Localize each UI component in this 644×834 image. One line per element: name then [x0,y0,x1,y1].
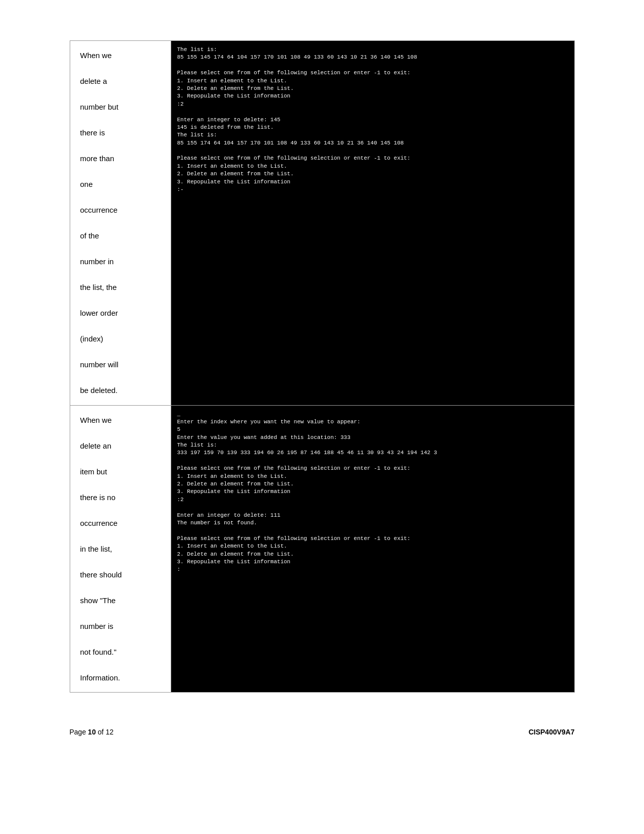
terminal-text-2: _ Enter the index where you want the new… [177,411,568,574]
page-number: 10 [88,728,96,736]
terminal-screen-1: The list is: 85 155 145 174 64 104 157 1… [171,41,574,405]
doc-id: CISP400V9A7 [528,728,574,736]
terminal-text-1: The list is: 85 155 145 174 64 104 157 1… [177,46,568,193]
page-total: 12 [106,728,114,736]
table-row: When we delete a number but there is mor… [70,41,574,406]
content-area: When we delete a number but there is mor… [70,40,575,693]
page-container: When we delete a number but there is mor… [70,40,575,736]
page-label: Page [70,728,88,736]
table-row: When we delete an item but there is no o… [70,406,574,693]
page-number-label: Page 10 of 12 [70,728,114,736]
left-description-1: When we delete a number but there is mor… [70,41,171,405]
page-footer: Page 10 of 12 CISP400V9A7 [70,723,575,736]
page-of: of [96,728,106,736]
left-description-2: When we delete an item but there is no o… [70,406,171,693]
terminal-screen-2: _ Enter the index where you want the new… [171,406,574,693]
